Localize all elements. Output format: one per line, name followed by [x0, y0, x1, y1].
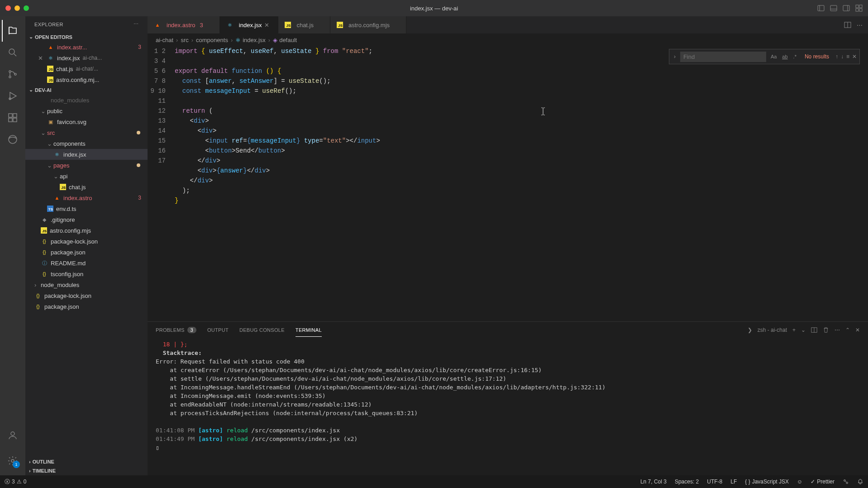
minimize-window-button[interactable]	[14, 5, 20, 11]
file-item[interactable]: {}package.json	[25, 247, 148, 258]
breadcrumb-item[interactable]: ai-chat	[156, 37, 173, 43]
folder-item[interactable]: ⌄pages	[25, 160, 148, 171]
breadcrumb-item[interactable]: default	[279, 37, 297, 43]
file-path: ai-cha...	[83, 55, 102, 61]
file-item[interactable]: {}tsconfig.json	[25, 268, 148, 279]
terminal-tab[interactable]: TERMINAL	[296, 324, 322, 337]
editor-tab[interactable]: JSastro.config.mjs✕	[330, 16, 406, 33]
explorer-more-icon[interactable]: ⋯	[134, 21, 139, 27]
run-debug-activity[interactable]	[2, 85, 24, 107]
eol-status[interactable]: LF	[730, 478, 737, 485]
close-tab-icon[interactable]: ✕	[264, 22, 272, 29]
close-window-button[interactable]	[5, 5, 11, 11]
source-control-activity[interactable]	[2, 63, 24, 85]
folder-item[interactable]: ⌄src	[25, 127, 148, 138]
close-editor-icon[interactable]: ✕	[38, 55, 45, 62]
toggle-primary-sidebar-icon[interactable]	[817, 5, 825, 12]
find-prev-icon[interactable]: ↑	[835, 53, 838, 60]
project-header[interactable]: ⌄ DEV-AI	[25, 85, 148, 95]
output-tab[interactable]: OUTPUT	[207, 324, 229, 336]
edge-activity[interactable]	[2, 129, 24, 150]
terminal-output[interactable]: 18 | }; Stacktrace: Error: Request faile…	[148, 338, 868, 475]
explorer-activity[interactable]	[2, 20, 24, 42]
more-actions-icon[interactable]: ⋯	[857, 22, 863, 29]
terminal-shell-name[interactable]: zsh - ai-chat	[758, 327, 787, 333]
editor-tab[interactable]: JSchat.js✕	[278, 16, 330, 33]
open-editor-item[interactable]: ✕⚛index.jsxai-cha...	[25, 53, 148, 63]
accounts-activity[interactable]	[2, 425, 24, 446]
file-item[interactable]: ▣favicon.svg	[25, 116, 148, 127]
open-editor-item[interactable]: ✕JSastro.config.mj...	[25, 74, 148, 85]
customize-layout-icon[interactable]	[855, 5, 863, 12]
editor-tab[interactable]: ▲index.astro3✕	[148, 16, 220, 33]
file-item[interactable]: ▲index.astro3	[25, 192, 148, 203]
file-item[interactable]: ◆.gitignore	[25, 214, 148, 225]
split-terminal-icon[interactable]	[811, 327, 817, 333]
split-editor-icon[interactable]	[844, 21, 851, 29]
error-count: 3	[12, 478, 15, 485]
code-editor[interactable]: 1 2 3 4 5 6 7 8 9 10 11 12 13 14 15 16 1…	[148, 46, 868, 321]
maximize-window-button[interactable]	[24, 5, 29, 11]
file-item[interactable]: TSenv.d.ts	[25, 203, 148, 214]
problems-tab[interactable]: PROBLEMS 3	[156, 323, 196, 337]
breadcrumb-item[interactable]: index.jsx	[243, 37, 266, 43]
file-item[interactable]: {}package.json	[25, 301, 148, 312]
svg-line-11	[14, 54, 16, 56]
notifications-icon[interactable]	[857, 478, 863, 485]
open-editor-item[interactable]: ✕▲index.astr...3	[25, 42, 148, 53]
toggle-panel-icon[interactable]	[830, 5, 837, 12]
match-whole-word-icon[interactable]: ab	[780, 53, 789, 60]
find-input[interactable]	[680, 52, 766, 62]
find-toggle-replace-icon[interactable]: ›	[672, 53, 677, 60]
close-panel-icon[interactable]: ✕	[855, 327, 860, 333]
breadcrumb[interactable]: ai-chat› src› components› ⚛ index.jsx› ◈…	[148, 33, 868, 46]
terminal-action: reload	[227, 435, 248, 442]
feedback-icon[interactable]: ☺	[797, 478, 802, 485]
timeline-header[interactable]: › TIMELINE	[25, 466, 148, 475]
folder-item[interactable]: ›node_modules	[25, 279, 148, 290]
new-terminal-icon[interactable]: +	[792, 327, 796, 333]
breadcrumb-item[interactable]: components	[196, 37, 228, 43]
panel-more-icon[interactable]: ⋯	[835, 327, 840, 333]
live-share-icon[interactable]	[843, 478, 849, 485]
file-item[interactable]: JSastro.config.mjs	[25, 225, 148, 236]
folder-item[interactable]: ⌄public	[25, 105, 148, 116]
toggle-secondary-sidebar-icon[interactable]	[843, 5, 850, 12]
file-item[interactable]: JSchat.js	[25, 182, 148, 192]
outline-header[interactable]: › OUTLINE	[25, 457, 148, 466]
encoding-status[interactable]: UTF-8	[707, 478, 722, 485]
regex-icon[interactable]: .*	[792, 53, 798, 60]
file-item[interactable]: {}package-lock.json	[25, 236, 148, 247]
find-selection-icon[interactable]: ≡	[846, 53, 849, 60]
extensions-activity[interactable]	[2, 107, 24, 129]
errors-status[interactable]: ⓧ3 ⚠0	[5, 478, 26, 486]
open-editor-item[interactable]: ✕JSchat.jsai-chat/...	[25, 63, 148, 74]
terminal-dropdown-icon[interactable]: ⌄	[801, 327, 806, 333]
terminal-shell-icon[interactable]: ❯	[748, 327, 752, 333]
editor-tab[interactable]: ⚛index.jsx✕	[220, 16, 279, 33]
file-item[interactable]: node_modules	[25, 95, 148, 105]
match-case-icon[interactable]: Aa	[769, 53, 778, 60]
file-name: chat.js	[56, 66, 73, 72]
indentation-status[interactable]: Spaces: 2	[675, 478, 699, 485]
file-item[interactable]: ⓘREADME.md	[25, 258, 148, 268]
folder-item[interactable]: ⌄api	[25, 171, 148, 182]
open-editors-header[interactable]: ⌄ OPEN EDITORS	[25, 32, 148, 42]
search-activity[interactable]	[2, 42, 24, 63]
breadcrumb-item[interactable]: src	[181, 37, 188, 43]
cursor-position-status[interactable]: Ln 7, Col 3	[640, 478, 667, 485]
debug-console-tab[interactable]: DEBUG CONSOLE	[239, 324, 285, 336]
folder-item[interactable]: ⌄components	[25, 138, 148, 149]
find-close-icon[interactable]: ✕	[852, 53, 857, 60]
code-content[interactable]: import { useEffect, useRef, useState } f…	[175, 46, 868, 321]
language-status[interactable]: { }JavaScript JSX	[745, 478, 789, 485]
terminal-line: at createError (/Users/stephan/Documents…	[156, 367, 542, 373]
prettier-status[interactable]: ✓Prettier	[811, 478, 835, 485]
settings-badge: 1	[13, 461, 20, 468]
find-next-icon[interactable]: ↓	[841, 53, 844, 60]
maximize-panel-icon[interactable]: ⌃	[845, 327, 850, 333]
kill-terminal-icon[interactable]	[823, 327, 829, 333]
file-item[interactable]: ⚛index.jsx	[25, 149, 148, 160]
file-item[interactable]: {}package-lock.json	[25, 290, 148, 301]
settings-activity[interactable]: 1	[2, 450, 24, 472]
